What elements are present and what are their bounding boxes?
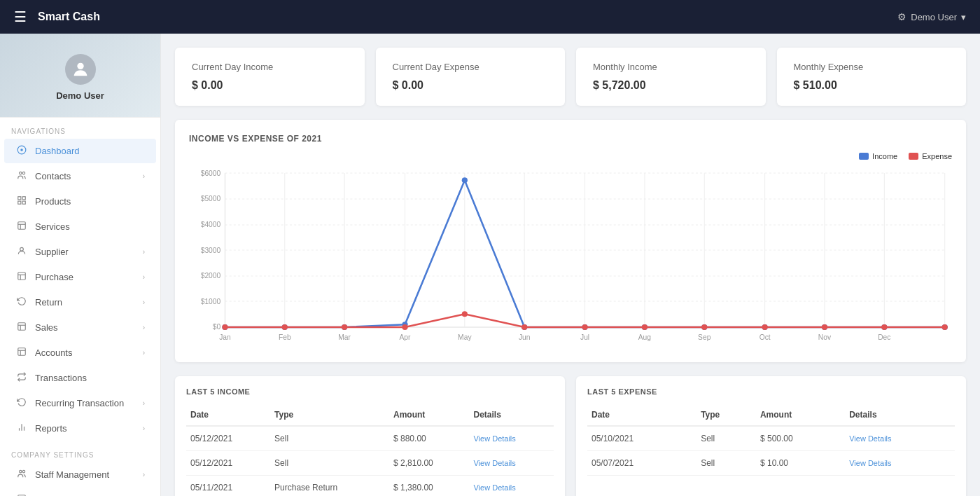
sidebar-item-label: Transactions bbox=[35, 373, 145, 383]
svg-rect-13 bbox=[18, 273, 26, 280]
svg-text:Apr: Apr bbox=[399, 333, 411, 341]
svg-rect-6 bbox=[22, 197, 25, 200]
navigations-label: NAVIGATIONS bbox=[0, 118, 160, 138]
expense-date: 05/07/2021 bbox=[587, 451, 696, 476]
view-details-link[interactable]: View Details bbox=[473, 483, 515, 492]
chevron-right-icon: › bbox=[143, 471, 145, 478]
return-icon bbox=[15, 296, 28, 308]
sidebar-item-label: Purchase bbox=[35, 272, 136, 282]
stat-title: Monthly Income bbox=[593, 62, 749, 72]
svg-point-73 bbox=[222, 324, 227, 330]
sidebar-item-company-settings[interactable]: Company Settings › bbox=[4, 488, 156, 496]
sidebar-item-recurring[interactable]: Recurring Transaction › bbox=[4, 391, 156, 415]
sidebar-item-sales[interactable]: Sales › bbox=[4, 315, 156, 340]
main-content: Current Day Income $ 0.00 Current Day Ex… bbox=[161, 34, 980, 496]
sidebar-item-staff[interactable]: Staff Management › bbox=[4, 462, 156, 487]
sidebar-item-return[interactable]: Return › bbox=[4, 290, 156, 315]
svg-text:$1000: $1000 bbox=[201, 298, 221, 305]
svg-point-77 bbox=[462, 311, 468, 317]
svg-text:Sep: Sep bbox=[698, 333, 711, 341]
staff-icon bbox=[15, 469, 28, 481]
svg-point-80 bbox=[642, 324, 648, 330]
svg-text:$2000: $2000 bbox=[201, 272, 221, 280]
stat-card-current-day-expense: Current Day Expense $ 0.00 bbox=[376, 48, 566, 106]
app-brand: Smart Cash bbox=[38, 11, 100, 23]
chevron-right-icon: › bbox=[143, 273, 145, 281]
chart-container: $0 $1000 $2000 $3000 $4000 $5000 $6000 bbox=[189, 166, 952, 348]
svg-point-75 bbox=[342, 324, 347, 330]
layout: Demo User NAVIGATIONS Dashboard Contacts… bbox=[0, 34, 980, 496]
chevron-right-icon: › bbox=[143, 425, 145, 432]
expense-details-cell: View Details bbox=[845, 426, 955, 451]
svg-point-83 bbox=[822, 324, 827, 330]
sidebar-item-label: Recurring Transaction bbox=[35, 398, 136, 408]
sidebar-item-accounts[interactable]: Accounts › bbox=[4, 340, 156, 365]
income-type: Sell bbox=[270, 426, 389, 451]
contacts-icon bbox=[15, 170, 28, 182]
chevron-right-icon: › bbox=[143, 324, 145, 331]
accounts-icon bbox=[15, 347, 28, 359]
user-menu[interactable]: ⚙ Demo User ▾ bbox=[897, 11, 966, 22]
expense-type: Sell bbox=[696, 451, 756, 476]
products-icon bbox=[15, 195, 28, 207]
sidebar-item-transactions[interactable]: Transactions bbox=[4, 366, 156, 390]
stat-title: Monthly Expense bbox=[794, 62, 950, 72]
view-details-link[interactable]: View Details bbox=[849, 434, 891, 443]
table-row: 05/11/2021 Purchase Return $ 1,380.00 Vi… bbox=[186, 476, 554, 497]
svg-point-12 bbox=[20, 247, 24, 251]
view-details-link[interactable]: View Details bbox=[473, 459, 515, 467]
stat-title: Current Day Expense bbox=[393, 62, 549, 72]
svg-text:$3000: $3000 bbox=[201, 247, 221, 254]
income-amount: $ 1,380.00 bbox=[389, 476, 469, 497]
expense-details-cell: View Details bbox=[845, 451, 955, 476]
svg-rect-16 bbox=[18, 323, 26, 331]
chart-legend: Income Expense bbox=[189, 152, 952, 160]
svg-text:May: May bbox=[458, 333, 472, 341]
view-details-link[interactable]: View Details bbox=[849, 459, 891, 467]
table-row: 05/10/2021 Sell $ 500.00 View Details bbox=[587, 426, 955, 451]
sidebar-item-supplier[interactable]: Supplier › bbox=[4, 240, 156, 264]
expense-col-details: Details bbox=[845, 404, 955, 426]
chevron-right-icon: › bbox=[143, 399, 145, 407]
expense-date: 05/10/2021 bbox=[587, 426, 696, 451]
view-details-link[interactable]: View Details bbox=[473, 434, 515, 443]
income-type: Sell bbox=[270, 451, 389, 476]
svg-text:$6000: $6000 bbox=[201, 170, 221, 177]
table-row: 05/12/2021 Sell $ 880.00 View Details bbox=[186, 426, 554, 451]
expense-col-amount: Amount bbox=[756, 404, 845, 426]
income-details-cell: View Details bbox=[469, 476, 554, 497]
expense-table-section: LAST 5 EXPENSE Date Type Amount Details … bbox=[576, 376, 966, 496]
svg-point-78 bbox=[522, 324, 527, 330]
svg-text:Dec: Dec bbox=[878, 333, 890, 341]
sidebar-item-label: Dashboard bbox=[35, 146, 145, 156]
income-amount: $ 2,810.00 bbox=[389, 451, 469, 476]
sidebar-profile: Demo User bbox=[0, 34, 160, 118]
sidebar-item-reports[interactable]: Reports › bbox=[4, 416, 156, 441]
svg-text:Jul: Jul bbox=[580, 333, 589, 341]
svg-text:$0: $0 bbox=[213, 323, 221, 331]
services-icon bbox=[15, 221, 28, 233]
chart-section: INCOME VS EXPENSE OF 2021 Income Expense bbox=[175, 120, 966, 362]
expense-col-date: Date bbox=[587, 404, 696, 426]
table-row: 05/12/2021 Sell $ 2,810.00 View Details bbox=[186, 451, 554, 476]
sidebar-item-contacts[interactable]: Contacts › bbox=[4, 164, 156, 188]
svg-point-74 bbox=[282, 324, 288, 330]
sidebar-item-label: Sales bbox=[35, 322, 136, 333]
svg-point-82 bbox=[762, 324, 768, 330]
svg-text:Aug: Aug bbox=[638, 333, 651, 341]
sidebar-item-products[interactable]: Products bbox=[4, 189, 156, 214]
svg-text:Feb: Feb bbox=[279, 333, 291, 341]
sidebar-item-services[interactable]: Services bbox=[4, 214, 156, 239]
sidebar-item-dashboard[interactable]: Dashboard bbox=[4, 139, 156, 163]
hamburger-icon[interactable]: ☰ bbox=[14, 8, 27, 25]
expense-table-title: LAST 5 EXPENSE bbox=[587, 387, 955, 396]
sidebar-item-label: Services bbox=[35, 221, 145, 232]
svg-rect-8 bbox=[22, 201, 25, 204]
sidebar-username: Demo User bbox=[56, 90, 104, 101]
sidebar-item-purchase[interactable]: Purchase › bbox=[4, 265, 156, 289]
expense-legend-dot bbox=[909, 153, 918, 160]
dashboard-icon bbox=[15, 145, 28, 157]
svg-rect-7 bbox=[18, 201, 21, 204]
expense-type: Sell bbox=[696, 426, 756, 451]
svg-point-4 bbox=[22, 172, 25, 174]
